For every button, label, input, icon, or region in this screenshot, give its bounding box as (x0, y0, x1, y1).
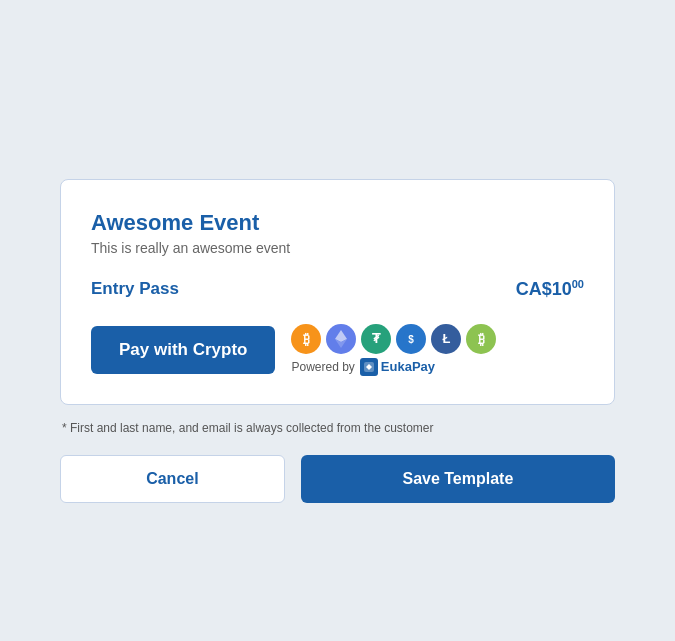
eth-icon (326, 324, 356, 354)
footnote: * First and last name, and email is alwa… (60, 421, 615, 435)
save-template-button[interactable]: Save Template (301, 455, 615, 503)
crypto-icons: ₿ ₮ $ (291, 324, 496, 354)
usdc-icon: $ (396, 324, 426, 354)
powered-by: Powered by EukaPay (291, 358, 496, 376)
powered-by-text: Powered by (291, 360, 354, 374)
ticket-label: Entry Pass (91, 279, 179, 299)
event-card: Awesome Event This is really an awesome … (60, 179, 615, 405)
event-title: Awesome Event (91, 210, 584, 236)
pay-row: Pay with Crypto ₿ ₮ (91, 324, 584, 376)
ltc-icon: Ł (431, 324, 461, 354)
crypto-info: ₿ ₮ $ (291, 324, 496, 376)
bch-icon: ₿ (466, 324, 496, 354)
action-row: Cancel Save Template (60, 455, 615, 503)
pay-with-crypto-button[interactable]: Pay with Crypto (91, 326, 275, 374)
cancel-button[interactable]: Cancel (60, 455, 285, 503)
usdt-icon: ₮ (361, 324, 391, 354)
ticket-price: CA$1000 (516, 278, 584, 300)
euka-brand-name: EukaPay (381, 359, 435, 374)
svg-text:$: $ (409, 334, 415, 345)
modal-wrapper: Awesome Event This is really an awesome … (20, 20, 655, 641)
event-subtitle: This is really an awesome event (91, 240, 584, 256)
euka-logo: EukaPay (360, 358, 435, 376)
euka-icon (360, 358, 378, 376)
btc-icon: ₿ (291, 324, 321, 354)
ticket-row: Entry Pass CA$1000 (91, 278, 584, 300)
